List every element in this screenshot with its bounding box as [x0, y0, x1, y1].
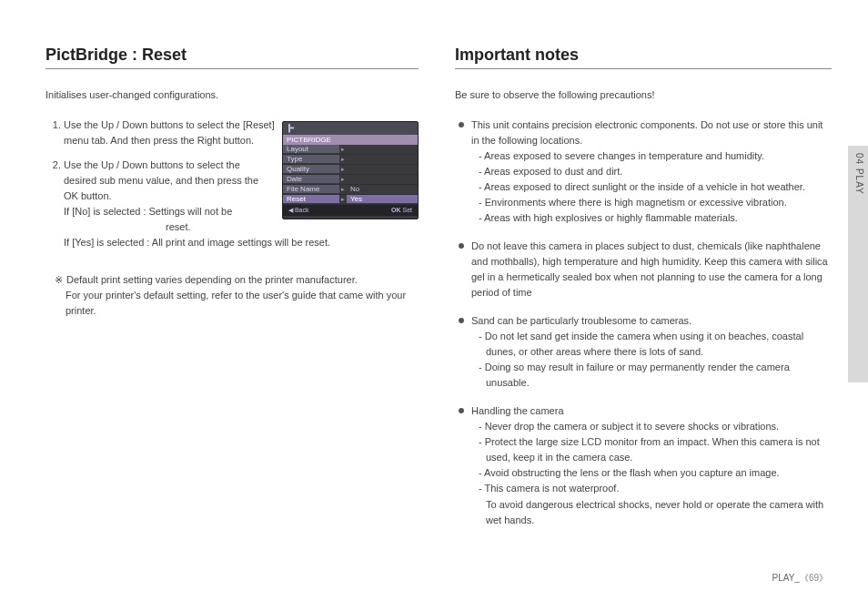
lcd-label: File Name — [283, 185, 339, 193]
reference-mark-icon: ※ — [55, 274, 63, 285]
section-tab-label: 04 PLAY — [854, 153, 864, 195]
dash-item: - Do not let sand get inside the camera … — [479, 329, 832, 360]
lcd-label: Reset — [283, 195, 339, 203]
left-intro: Initialises user-changed configurations. — [45, 87, 419, 103]
chevron-right-icon: ▸ — [339, 146, 347, 153]
chevron-right-icon: ▸ — [339, 156, 347, 163]
step-2-no-cont: reset. — [64, 219, 419, 235]
back-arrow-icon: ◀ — [288, 207, 293, 213]
lcd-set-label: Set — [402, 207, 412, 213]
dash-item: To avoid dangerous electrical shocks, ne… — [479, 497, 832, 528]
chevron-right-icon: ▸ — [339, 186, 347, 193]
dash-item: - Areas exposed to dust and dirt. — [479, 164, 832, 179]
step-2-yes: If [Yes] is selected : All print and ima… — [64, 235, 419, 250]
dash-list: - Do not let sand get inside the camera … — [471, 329, 832, 391]
lcd-label: Quality — [283, 165, 339, 173]
lcd-ok-label: OK — [391, 207, 401, 213]
lcd-label: Date — [283, 175, 339, 183]
bullet-head: This unit contains precision electronic … — [471, 119, 823, 146]
lcd-row-type: Type▸ — [283, 155, 418, 165]
dash-item: - This camera is not waterproof. — [479, 481, 832, 496]
footnote: ※Default print setting varies depending … — [45, 272, 419, 319]
dash-item: - Areas exposed to severe changes in tem… — [479, 148, 832, 164]
footnote-line2: For your printer's default setting, refe… — [55, 288, 419, 319]
lcd-val-no: No — [347, 185, 418, 193]
bullet-sand: Sand can be particularly troublesome to … — [459, 313, 832, 391]
lcd-bottombar: ◀ Back OK Set — [283, 205, 418, 216]
dash-item: - Environments where there is high magne… — [479, 195, 832, 210]
bullet-precision-components: This unit contains precision electronic … — [459, 117, 832, 226]
heading-pictbridge-reset: PictBridge : Reset — [45, 46, 419, 69]
page-number: 69 — [809, 573, 819, 583]
footnote-line1: Default print setting varies depending o… — [66, 274, 358, 285]
bullet-head: Sand can be particularly troublesome to … — [471, 315, 691, 326]
dash-item: - Protect the large size LCD monitor fro… — [479, 434, 832, 465]
lcd-label: Layout — [283, 145, 339, 153]
camera-lcd-mock: PICTBRIDGE Layout▸ Type▸ Quality▸ Date▸ … — [282, 121, 419, 219]
lcd-title: PICTBRIDGE — [283, 135, 418, 145]
footer-prefix: PLAY_ — [772, 573, 799, 583]
lcd-row-layout: Layout▸ — [283, 145, 418, 155]
bullet-handling: Handling the camera - Never drop the cam… — [459, 403, 832, 527]
chevron-right-icon: ▸ — [339, 196, 347, 203]
lcd-row-filename: File Name▸No — [283, 185, 418, 195]
dash-list: - Never drop the camera or subject it to… — [471, 419, 832, 527]
lcd-row-reset: Reset▸Yes — [283, 195, 418, 205]
lcd-row-date: Date▸ — [283, 175, 418, 185]
lcd-back-label: Back — [295, 207, 309, 213]
dash-item: - Avoid obstructing the lens or the flas… — [479, 465, 832, 481]
lcd-label: Type — [283, 155, 339, 163]
dash-item: - Areas with high explosives or highly f… — [479, 210, 832, 226]
chevron-right-icon: ▸ — [339, 166, 347, 173]
heading-important-notes: Important notes — [455, 46, 832, 69]
lcd-val-yes: Yes — [347, 195, 418, 203]
right-column: Important notes Be sure to observe the f… — [455, 46, 832, 574]
bullet-storage: Do not leave this camera in places subje… — [459, 239, 832, 300]
dash-item: - Never drop the camera or subject it to… — [479, 419, 832, 434]
bullet-head: Handling the camera — [471, 405, 564, 416]
lcd-topbar — [283, 122, 418, 135]
dash-item: - Areas exposed to direct sunlight or th… — [479, 179, 832, 195]
precautions-list: This unit contains precision electronic … — [455, 117, 832, 528]
step-2-main: Use the Up / Down buttons to select the … — [64, 159, 258, 201]
lcd-row-quality: Quality▸ — [283, 165, 418, 175]
page-body: PictBridge : Reset Initialises user-chan… — [0, 0, 868, 601]
dash-list: - Areas exposed to severe changes in tem… — [471, 148, 832, 226]
page-footer: PLAY_《69》 — [772, 572, 828, 585]
wrench-icon — [287, 124, 296, 133]
dash-item: - Doing so may result in failure or may … — [479, 360, 832, 391]
right-intro: Be sure to observe the following precaut… — [455, 87, 832, 103]
left-column: PictBridge : Reset Initialises user-chan… — [45, 46, 419, 574]
chevron-right-icon: ▸ — [339, 176, 347, 183]
